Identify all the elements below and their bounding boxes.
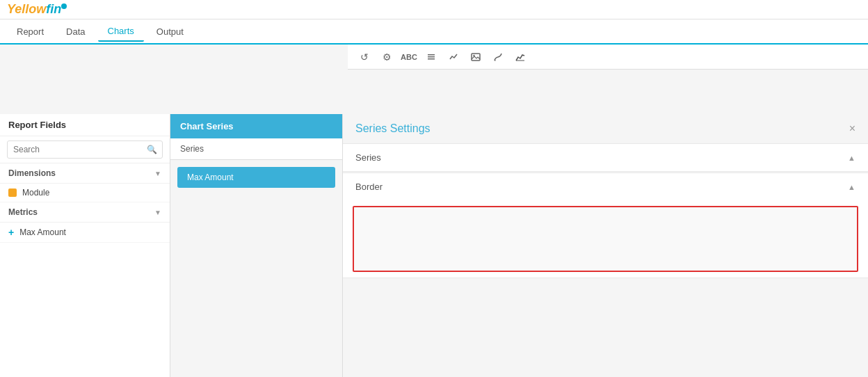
report-fields-title: Report Fields [0, 114, 170, 136]
settings-button[interactable]: ⚙ [377, 47, 396, 67]
border-section-label: Border [355, 182, 383, 192]
series-section: Series ▲ [343, 143, 868, 172]
main-layout: Report Fields 🔍 Dimensions ▼ Module Metr… [0, 114, 868, 377]
series-chevron-icon: ▲ [848, 154, 855, 162]
logo-fin: fin [46, 2, 61, 17]
close-button[interactable]: × [849, 122, 855, 135]
settings-header: Series Settings × [343, 114, 868, 143]
chart-button[interactable] [444, 47, 463, 67]
add-icon: + [8, 227, 14, 238]
search-box: 🔍 [0, 136, 170, 163]
search-icon: 🔍 [147, 145, 157, 154]
max-amount-label: Max Amount [19, 227, 66, 237]
nav-report[interactable]: Report [7, 22, 54, 41]
logo: Yellowfin [7, 0, 67, 19]
border-section: Border ▲ [343, 173, 868, 278]
series-section-label: Series [355, 152, 381, 163]
metrics-label: Metrics [8, 207, 38, 217]
series-section-header[interactable]: Series ▲ [343, 144, 868, 171]
undo-button[interactable]: ↺ [355, 47, 374, 67]
series-settings-title: Series Settings [355, 122, 431, 135]
logo-yellow: Yellow [7, 2, 46, 17]
metrics-section-header[interactable]: Metrics ▼ [0, 202, 170, 223]
chart-series-title: Chart Series [170, 114, 342, 138]
nav-data[interactable]: Data [56, 22, 95, 41]
dimensions-section-header[interactable]: Dimensions ▼ [0, 163, 170, 184]
right-panel: Series Settings × Series ▲ Border ▲ [343, 114, 868, 377]
nav-output[interactable]: Output [147, 22, 193, 41]
metrics-chevron: ▼ [154, 209, 161, 216]
line-chart-button[interactable] [511, 47, 530, 67]
navbar: Report Data Charts Output ↺ ⚙ ABC [0, 19, 868, 45]
list-button[interactable] [421, 47, 441, 67]
module-field[interactable]: Module [0, 184, 170, 202]
max-amount-series-item[interactable]: Max Amount [177, 167, 335, 188]
series-label: Series [170, 138, 342, 160]
text-button[interactable]: ABC [399, 47, 419, 67]
dimensions-label: Dimensions [8, 168, 56, 178]
dimensions-chevron: ▼ [154, 170, 161, 177]
max-amount-field[interactable]: + Max Amount [0, 223, 170, 243]
module-label: Module [22, 188, 49, 198]
svg-rect-3 [472, 54, 480, 61]
toolbar: ↺ ⚙ ABC [348, 45, 868, 70]
svg-rect-2 [428, 58, 435, 60]
border-section-header[interactable]: Border ▲ [343, 173, 868, 200]
module-dot [8, 188, 17, 197]
logo-dot [61, 3, 67, 9]
svg-rect-1 [428, 56, 435, 58]
svg-rect-0 [428, 54, 435, 56]
paint-button[interactable] [488, 47, 508, 67]
header: Yellowfin [0, 0, 868, 19]
border-chevron-icon: ▲ [848, 183, 855, 191]
middle-panel: Chart Series Series Max Amount [170, 114, 343, 377]
border-highlighted-area [353, 206, 858, 272]
nav-charts[interactable]: Charts [98, 22, 144, 42]
search-input[interactable] [7, 141, 163, 159]
image-button[interactable] [466, 47, 485, 67]
left-panel: Report Fields 🔍 Dimensions ▼ Module Metr… [0, 114, 170, 377]
